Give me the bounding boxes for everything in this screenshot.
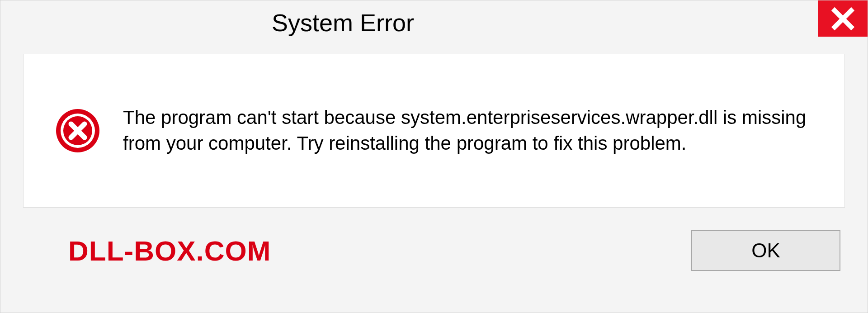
error-icon <box>55 108 100 153</box>
content-area: The program can't start because system.e… <box>23 54 845 208</box>
error-message: The program can't start because system.e… <box>123 105 817 156</box>
ok-button-label: OK <box>751 239 780 262</box>
title-bar: System Error <box>0 0 868 45</box>
close-button[interactable] <box>818 0 868 37</box>
watermark-text: DLL-BOX.COM <box>68 235 271 267</box>
ok-button[interactable]: OK <box>691 230 840 271</box>
close-icon <box>830 6 855 31</box>
footer-area: DLL-BOX.COM OK <box>0 208 868 271</box>
error-dialog: System Error The program can't start bec… <box>0 0 868 313</box>
dialog-title: System Error <box>272 9 414 37</box>
